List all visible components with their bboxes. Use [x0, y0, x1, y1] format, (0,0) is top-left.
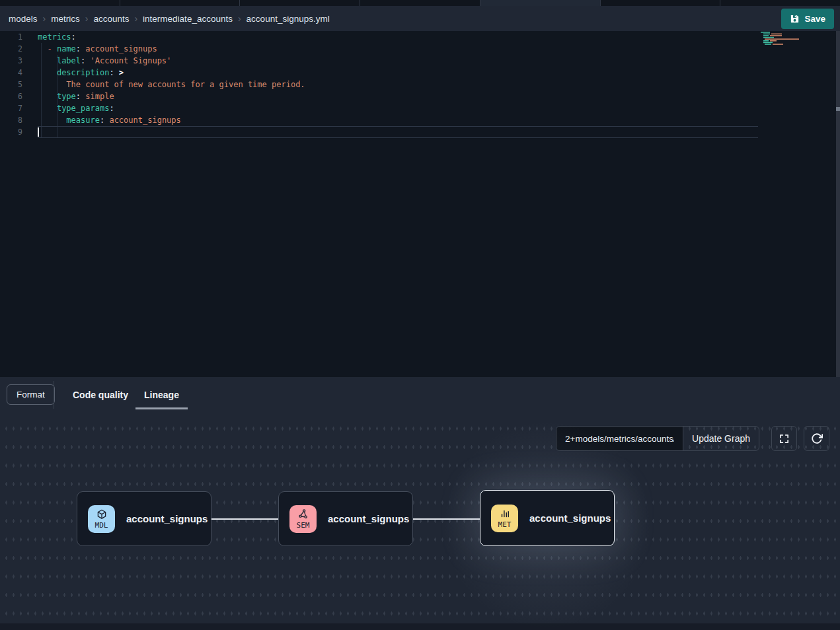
cube-icon [96, 508, 108, 520]
code-line[interactable]: 2 - name: account_signups [0, 43, 832, 55]
lineage-graph[interactable]: Update Graph [0, 413, 840, 630]
lineage-selector-input[interactable] [556, 427, 683, 450]
bar-chart-icon [499, 508, 511, 520]
panel-tab-bar: Format Code quality Lineage [0, 377, 840, 413]
update-graph-button[interactable]: Update Graph [683, 427, 759, 450]
floppy-disk-icon [790, 14, 800, 24]
code-editor[interactable]: 1metrics:2 - name: account_signups3 labe… [0, 31, 840, 377]
line-number: 3 [0, 55, 22, 67]
code-line[interactable]: 6 type: simple [0, 90, 832, 102]
code-line[interactable]: 4 description: > [0, 67, 832, 79]
active-tab-underline [135, 407, 188, 409]
breadcrumb-item[interactable]: models [9, 14, 38, 24]
breadcrumb-chevron-icon: › [43, 13, 46, 24]
code-line[interactable]: 7 type_params: [0, 102, 832, 114]
refresh-button[interactable] [804, 426, 829, 451]
fullscreen-icon [779, 433, 790, 444]
code-line[interactable]: 5 The count of new accounts for a given … [0, 79, 832, 90]
bottom-edge [0, 623, 840, 630]
line-number: 2 [0, 43, 22, 55]
breadcrumb-item[interactable]: intermediate_accounts [143, 14, 233, 24]
refresh-icon [811, 433, 823, 444]
metric-badge: MET [491, 505, 518, 532]
badge-label: SEM [297, 522, 310, 529]
editor-tab-3[interactable] [240, 0, 360, 6]
breadcrumb-chevron-icon: › [238, 13, 241, 24]
editor-tab-7[interactable] [720, 0, 840, 6]
breadcrumb: models›metrics›accounts›intermediate_acc… [9, 13, 330, 24]
ide-window: models›metrics›accounts›intermediate_acc… [0, 0, 840, 630]
line-number: 6 [0, 90, 22, 102]
editor-tab-6[interactable] [601, 0, 721, 6]
line-number: 9 [0, 126, 22, 138]
bottom-panel: Format Code quality Lineage Update Graph [0, 377, 840, 630]
line-number: 1 [0, 31, 22, 43]
line-number: 7 [0, 102, 22, 114]
code-line[interactable]: 1metrics: [0, 31, 832, 43]
lineage-node-semantic-model[interactable]: SEM account_signups [278, 491, 413, 546]
line-number: 5 [0, 79, 22, 90]
format-button[interactable]: Format [7, 384, 55, 405]
code-line[interactable]: 8 measure: account_signups [0, 114, 832, 126]
line-number: 4 [0, 67, 22, 79]
editor-scrollbar[interactable] [836, 31, 840, 377]
node-label: account_signups [529, 512, 611, 524]
semantic-model-badge: SEM [289, 505, 317, 533]
selector-group: Update Graph [556, 426, 759, 451]
lineage-node-metric[interactable]: MET account_signups [480, 490, 615, 546]
badge-label: MET [498, 521, 512, 528]
network-icon [297, 508, 309, 520]
node-label: account_signups [126, 513, 208, 524]
lineage-edge [211, 518, 278, 520]
code-line[interactable]: 3 label: 'Account Signups' [0, 55, 832, 67]
breadcrumb-item[interactable]: accounts [93, 14, 129, 24]
lineage-controls: Update Graph [556, 426, 829, 451]
tab-code-quality[interactable]: Code quality [68, 377, 133, 413]
badge-label: MDL [95, 522, 108, 529]
breadcrumb-item[interactable]: metrics [51, 14, 80, 24]
current-line-highlight [38, 126, 758, 138]
save-button-label: Save [804, 14, 825, 24]
editor-tab-2[interactable] [120, 0, 241, 6]
lineage-node-model[interactable]: MDL account_signups [77, 491, 211, 546]
editor-tab-5-active[interactable] [480, 0, 601, 6]
node-label: account_signups [328, 513, 409, 524]
minimap[interactable] [761, 32, 803, 50]
editor-tab-4[interactable] [360, 0, 480, 6]
breadcrumb-chevron-icon: › [85, 13, 89, 24]
fullscreen-button[interactable] [771, 426, 797, 451]
save-button[interactable]: Save [781, 9, 834, 29]
breadcrumb-chevron-icon: › [134, 13, 137, 24]
topbar: models›metrics›accounts›intermediate_acc… [0, 6, 840, 31]
breadcrumb-item[interactable]: account_signups.yml [247, 14, 330, 24]
editor-tab-strip [0, 0, 840, 6]
editor-tab-1[interactable] [0, 0, 120, 6]
text-cursor [38, 127, 39, 137]
code-lines: 1metrics:2 - name: account_signups3 labe… [0, 31, 832, 138]
lineage-edge [413, 518, 480, 520]
scrollbar-mark [836, 107, 840, 111]
tab-divider [54, 381, 54, 409]
line-number: 8 [0, 114, 22, 126]
model-badge: MDL [88, 505, 115, 533]
